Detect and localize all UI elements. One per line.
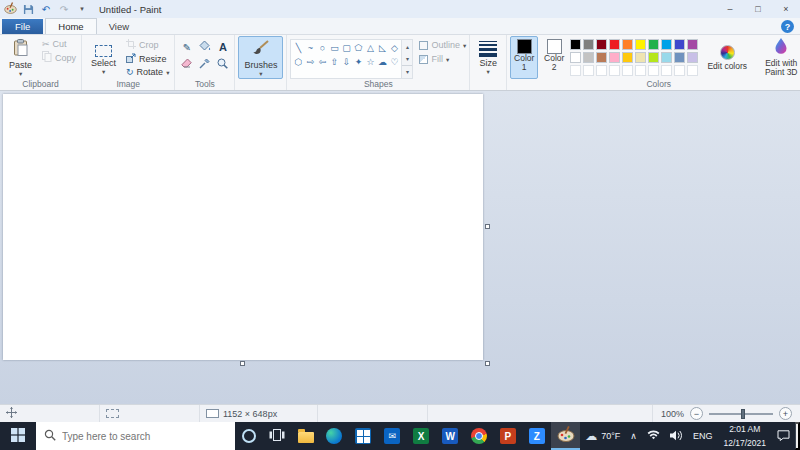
color-swatch[interactable] [609,52,620,63]
taskbar-app-edge[interactable] [320,422,349,450]
start-button[interactable] [0,422,36,450]
color-swatch[interactable] [596,52,607,63]
shape-icon[interactable]: ⇩ [340,55,352,69]
taskbar-app-mail[interactable]: ✉ [378,422,407,450]
color1-button[interactable]: Color 1 [510,36,538,79]
cortana-button[interactable] [235,422,263,450]
maximize-button[interactable]: □ [744,0,772,18]
help-icon[interactable]: ? [781,20,794,33]
shape-icon[interactable]: ☁ [376,55,388,69]
color-swatch[interactable] [635,39,646,50]
quick-access-dropdown[interactable]: ▾ [75,2,89,16]
color-swatch[interactable] [596,39,607,50]
shape-icon[interactable]: △ [364,41,376,55]
show-desktop-button[interactable] [795,422,800,450]
shape-icon[interactable]: ⇦ [316,55,328,69]
taskbar-search[interactable] [36,422,235,450]
crop-button[interactable]: Crop [124,39,171,51]
color-swatch-empty[interactable] [596,65,607,76]
eraser-tool[interactable] [178,56,195,72]
color-swatch-empty[interactable] [687,65,698,76]
taskbar-app-store[interactable] [349,422,378,450]
fill-button[interactable]: Fill ▾ [419,54,466,64]
color-swatch[interactable] [622,39,633,50]
shape-icon[interactable]: ▢ [340,41,352,55]
color-swatch[interactable] [609,39,620,50]
brushes-button[interactable]: Brushes ▾ [238,36,283,79]
taskbar-app-chrome[interactable] [465,422,494,450]
task-view-button[interactable] [263,422,291,450]
color-swatch-empty[interactable] [674,65,685,76]
copy-button[interactable]: Copy [40,51,78,64]
zoom-out-button[interactable]: − [690,407,703,420]
tab-view[interactable]: View [97,19,141,34]
language-indicator[interactable]: ENG [688,422,718,450]
color-swatch-empty[interactable] [635,65,646,76]
magnifier-tool[interactable] [214,56,231,72]
hidden-icons-button[interactable]: ∧ [625,422,642,450]
drawing-canvas[interactable] [3,94,483,360]
edit-with-paint3d-button[interactable]: Edit with Paint 3D [755,36,800,79]
color-swatch[interactable] [648,52,659,63]
redo-button[interactable]: ↷ [57,2,71,16]
shape-icon[interactable]: ♡ [388,55,400,69]
taskbar-app-zoom[interactable]: Z [522,422,551,450]
color-swatch-empty[interactable] [622,65,633,76]
fill-tool[interactable] [196,39,213,55]
minimize-button[interactable]: – [716,0,744,18]
color-swatch[interactable] [622,52,633,63]
shape-icon[interactable]: ▭ [328,41,340,55]
color-swatch[interactable] [674,52,685,63]
close-button[interactable]: × [772,0,800,18]
zoom-slider[interactable] [709,413,773,415]
color-swatch[interactable] [635,52,646,63]
color-swatch[interactable] [661,52,672,63]
resize-button[interactable]: Resize [124,53,171,65]
clock[interactable]: 2:01 AM 12/17/2021 [717,422,772,450]
color-swatch[interactable] [583,52,594,63]
select-button[interactable]: Select ▾ [85,36,122,79]
text-tool[interactable]: A [214,39,231,55]
color-swatch[interactable] [674,39,685,50]
shape-icon[interactable]: ○ [316,41,328,55]
color-swatch-empty[interactable] [583,65,594,76]
color-swatch[interactable] [687,52,698,63]
shape-icon[interactable]: ⬠ [352,41,364,55]
taskbar-app-paint[interactable] [551,422,580,450]
color-picker-tool[interactable] [196,56,213,72]
shapes-more-icon[interactable]: ▾ [402,65,412,78]
shape-icon[interactable]: ⬡ [292,55,304,69]
shapes-scroll-down-icon[interactable]: ▾ [402,52,412,64]
size-button[interactable]: Size ▾ [473,36,503,79]
tab-file[interactable]: File [2,19,43,34]
shape-icon[interactable]: ☆ [364,55,376,69]
save-button[interactable] [21,2,35,16]
taskbar-app-word[interactable]: W [436,422,465,450]
shape-icon[interactable]: ⇧ [328,55,340,69]
color-swatch[interactable] [583,39,594,50]
pencil-tool[interactable]: ✎ [178,39,195,55]
edit-colors-button[interactable]: Edit colors [701,36,753,79]
canvas-resize-handle-bottom[interactable] [240,361,245,366]
color-swatch[interactable] [687,39,698,50]
zoom-in-button[interactable]: + [779,407,792,420]
color-swatch[interactable] [661,39,672,50]
cut-button[interactable]: ✂ Cut [40,39,78,49]
paste-button[interactable]: Paste ▾ [3,36,38,79]
color-swatch-empty[interactable] [570,65,581,76]
shapes-scroll-up-icon[interactable]: ▴ [402,40,412,52]
rotate-button[interactable]: ↻ Rotate ▾ [124,67,171,77]
color-swatch[interactable] [570,52,581,63]
weather-widget[interactable]: ☁ 70°F [580,422,625,450]
shape-icon[interactable]: ◺ [376,41,388,55]
color-swatch-empty[interactable] [648,65,659,76]
search-input[interactable] [62,431,212,442]
outline-button[interactable]: Outline ▾ [419,40,466,50]
canvas-resize-handle-right[interactable] [485,224,490,229]
color-swatch[interactable] [570,39,581,50]
network-button[interactable] [642,422,665,450]
action-center-button[interactable] [772,422,795,450]
canvas-resize-handle-corner[interactable] [485,361,490,366]
color-swatch-empty[interactable] [661,65,672,76]
volume-button[interactable] [665,422,688,450]
